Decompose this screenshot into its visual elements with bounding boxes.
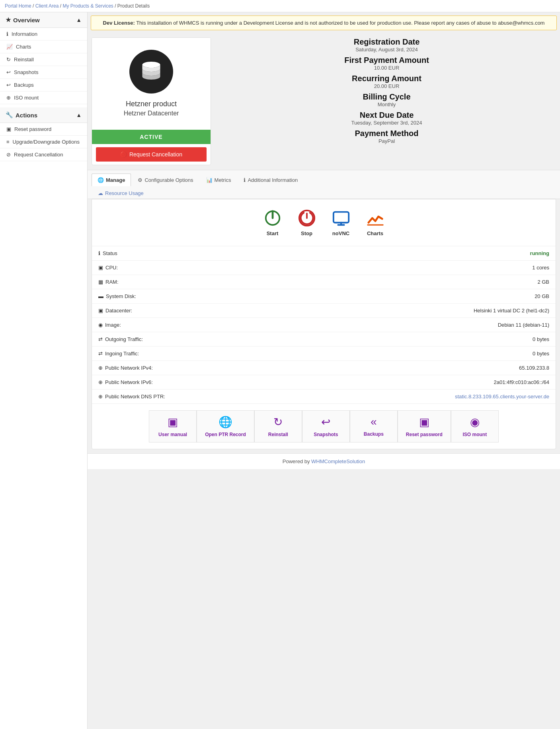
action-backups[interactable]: « Backups xyxy=(350,410,398,442)
ipv4-value-cell: 65.109.233.8 xyxy=(290,361,556,375)
info-row-disk: ▬ System Disk: 20 GB xyxy=(92,289,556,304)
dev-banner-bold: Dev License: xyxy=(103,20,135,26)
disk-value-cell: 20 GB xyxy=(290,289,556,304)
sidebar: ★ Overview ▲ ℹ Information 📈 Charts ↻ Re… xyxy=(0,12,88,729)
action-iso-mount[interactable]: ◉ ISO mount xyxy=(451,410,499,442)
sidebar-item-upgrade-label: Upgrade/Downgrade Options xyxy=(13,139,80,145)
stop-label: Stop xyxy=(301,230,312,236)
product-name: Hetzner product xyxy=(126,100,177,108)
sidebar-item-backups[interactable]: ↩ Backups xyxy=(0,79,87,92)
status-value: running xyxy=(530,250,549,256)
tab-configurable-label: Configurable Options xyxy=(144,177,193,183)
tab-manage[interactable]: 🌐 Manage xyxy=(92,173,131,186)
sidebar-item-snapshots-label: Snapshots xyxy=(14,69,38,75)
sidebar-item-upgrade[interactable]: ≡ Upgrade/Downgrade Options xyxy=(0,136,87,148)
dns-icon: ⊕ xyxy=(98,394,103,400)
action-reset-password[interactable]: ▣ Reset password xyxy=(398,410,451,442)
user-manual-label: User manual xyxy=(158,432,187,437)
action-charts[interactable]: Charts xyxy=(366,209,384,236)
sidebar-item-iso-mount[interactable]: ⊕ ISO mount xyxy=(0,92,87,104)
outgoing-icon: ⇄ xyxy=(98,336,103,342)
info-row-status: ℹ Status running xyxy=(92,246,556,261)
product-card: Hetzner product Hetzner Datacenter ACTIV… xyxy=(92,37,211,165)
charts-action-icon xyxy=(366,209,384,227)
action-start[interactable]: Start xyxy=(263,209,282,236)
reset-password-icon: ▣ xyxy=(6,126,11,132)
info-row-ingoing: ⇄ Ingoing Traffic: 0 bytes xyxy=(92,347,556,361)
info-row-ipv4: ⊕ Public Network IPv4: 65.109.233.8 xyxy=(92,361,556,375)
tab-manage-label: Manage xyxy=(106,177,125,183)
action-novnc[interactable]: noVNC xyxy=(332,209,350,236)
tab-metrics[interactable]: 📊 Metrics xyxy=(200,173,237,186)
database-icon xyxy=(139,60,163,84)
cpu-icon: ▣ xyxy=(98,265,103,271)
snapshots-icon: ↩ xyxy=(6,69,11,75)
tab-configurable-options[interactable]: ⚙ Configurable Options xyxy=(132,173,199,186)
ram-icon: ▦ xyxy=(98,279,103,285)
cpu-label-cell: ▣ CPU: xyxy=(92,261,191,275)
tab-additional-info[interactable]: ℹ Additional Information xyxy=(238,173,304,186)
sidebar-item-information[interactable]: ℹ Information xyxy=(0,28,87,41)
bottom-actions: ▣ User manual 🌐 Open PTR Record ↻ Reinst… xyxy=(92,403,556,449)
action-user-manual[interactable]: ▣ User manual xyxy=(149,410,197,442)
status-label-cell: ℹ Status xyxy=(92,246,191,260)
actions-label: Actions xyxy=(16,112,37,119)
breadcrumb-client-area[interactable]: Client Area xyxy=(35,3,59,9)
backups-label: Backups xyxy=(364,431,384,437)
dns-value-cell: static.8.233.109.65.clients.your-server.… xyxy=(290,390,556,404)
resource-usage-label: Resource Usage xyxy=(105,190,144,196)
cpu-value-cell: 1 cores xyxy=(290,261,556,275)
breadcrumb: Portal Home / Client Area / My Products … xyxy=(0,0,560,12)
outgoing-value-cell: 0 bytes xyxy=(290,332,556,347)
action-open-ptr[interactable]: 🌐 Open PTR Record xyxy=(197,410,254,442)
cancellation-icon: ⊘ xyxy=(6,152,11,158)
tabs-bar: 🌐 Manage ⚙ Configurable Options 📊 Metric… xyxy=(88,170,560,199)
detail-payment-method: Payment Method PayPal xyxy=(221,129,552,144)
product-icon-area: Hetzner product Hetzner Datacenter xyxy=(92,38,211,125)
footer-link[interactable]: WHMCompleteSolution xyxy=(311,458,365,464)
ingoing-label-cell: ⇄ Ingoing Traffic: xyxy=(92,347,191,361)
cancel-button[interactable]: 🚫 Request Cancellation xyxy=(96,147,207,162)
sidebar-actions-header[interactable]: 🔧 Actions ▲ xyxy=(0,107,87,123)
info-row-ipv6: ⊕ Public Network IPv6: 2a01:4f9:c010:ac0… xyxy=(92,375,556,390)
product-icon-circle xyxy=(129,50,173,94)
action-snapshots[interactable]: ↩ Snapshots xyxy=(302,410,350,442)
server-actions: Start Stop noVNC xyxy=(92,199,556,246)
stop-icon xyxy=(298,209,316,227)
info-table: ℹ Status running ▣ CPU: 1 cores xyxy=(92,246,556,403)
sidebar-item-request-cancellation[interactable]: ⊘ Request Cancellation xyxy=(0,148,87,161)
action-stop[interactable]: Stop xyxy=(298,209,316,236)
ptr-globe-icon: 🌐 xyxy=(219,415,232,429)
sidebar-item-reinstall[interactable]: ↻ Reinstall xyxy=(0,53,87,66)
dns-ptr-link[interactable]: static.8.233.109.65.clients.your-server.… xyxy=(455,394,549,400)
info-row-datacenter: ▣ Datacenter: Helsinki 1 virtual DC 2 (h… xyxy=(92,304,556,318)
info-row-ram: ▦ RAM: 2 GB xyxy=(92,275,556,289)
iso-mount-icon: ◉ xyxy=(470,415,480,429)
breadcrumb-my-products[interactable]: My Products & Services xyxy=(62,3,113,9)
ban-icon: 🚫 xyxy=(120,151,127,158)
info-row-image: ◉ Image: Debian 11 (debian-11) xyxy=(92,318,556,332)
sidebar-item-reset-password[interactable]: ▣ Reset password xyxy=(0,123,87,136)
svg-rect-3 xyxy=(333,212,348,223)
ipv6-label-cell: ⊕ Public Network IPv6: xyxy=(92,375,191,389)
sidebar-item-charts[interactable]: 📈 Charts xyxy=(0,41,87,53)
sidebar-item-reset-label: Reset password xyxy=(14,126,51,132)
resource-usage-link[interactable]: ☁ Resource Usage xyxy=(92,188,556,199)
cloud-icon: ☁ xyxy=(98,190,103,196)
detail-next-due: Next Due Date Tuesday, September 3rd, 20… xyxy=(221,111,552,126)
image-value-cell: Debian 11 (debian-11) xyxy=(290,318,556,332)
sidebar-item-charts-label: Charts xyxy=(16,44,31,50)
dev-license-banner: Dev License: This installation of WHMCS … xyxy=(91,16,557,30)
sidebar-item-information-label: Information xyxy=(12,31,37,37)
detail-registration-date: Registration Date Saturday, August 3rd, … xyxy=(221,37,552,53)
reset-password-bottom-label: Reset password xyxy=(406,432,443,437)
breadcrumb-portal-home[interactable]: Portal Home xyxy=(5,3,31,9)
sidebar-overview-header[interactable]: ★ Overview ▲ xyxy=(0,12,87,28)
start-label: Start xyxy=(267,230,279,236)
sidebar-item-snapshots[interactable]: ↩ Snapshots xyxy=(0,66,87,79)
sidebar-actions-section: 🔧 Actions ▲ ▣ Reset password ≡ Upgrade/D… xyxy=(0,107,87,161)
tab-metrics-label: Metrics xyxy=(215,177,231,183)
action-reinstall[interactable]: ↻ Reinstall xyxy=(254,410,302,442)
novnc-icon xyxy=(332,209,350,227)
disk-icon: ▬ xyxy=(98,293,103,299)
